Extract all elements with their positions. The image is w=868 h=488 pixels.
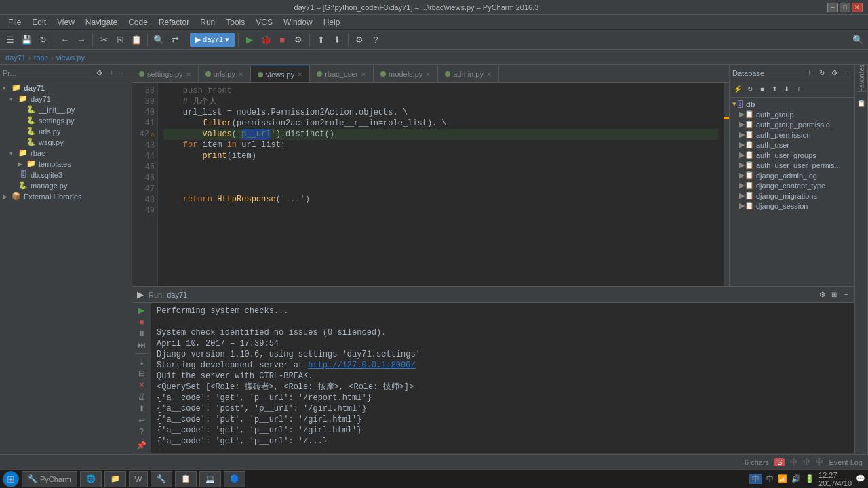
close-button[interactable]: ✕ <box>852 3 863 12</box>
run-help-btn[interactable]: ? <box>134 427 149 436</box>
tab-urls-close[interactable]: ✕ <box>238 70 243 78</box>
tab-models-close[interactable]: ✕ <box>425 70 431 78</box>
vcs-pull-button[interactable]: ⬇ <box>330 33 344 47</box>
tree-item-manage[interactable]: 🐍 manage.py <box>1 180 130 191</box>
taskbar-app6[interactable]: 📋 <box>175 471 197 487</box>
run-filter-btn[interactable]: ⊟ <box>134 369 149 378</box>
db-item-django-admin[interactable]: ▶ 📋 django_admin_log <box>731 170 853 180</box>
tab-admin[interactable]: admin.py ✕ <box>438 66 499 82</box>
code-editor[interactable]: 38 39 40 41 42⚠ 43 44 45 46 47 48 49 <box>132 83 729 286</box>
db-item-auth-group[interactable]: ▶ 📋 auth_group <box>731 109 853 119</box>
db-item-auth-user[interactable]: ▶ 📋 auth_user <box>731 140 853 150</box>
minimize-button[interactable]: – <box>827 3 838 12</box>
tab-settings[interactable]: settings.py ✕ <box>132 66 199 82</box>
tree-item-wsgi[interactable]: 🐍 wsgi.py <box>1 137 130 148</box>
taskbar-pycharm[interactable]: 🔧 PyCharm <box>22 471 77 487</box>
run-clear-btn[interactable]: ✕ <box>134 380 149 390</box>
db-toolbar2-btn5[interactable]: ⬇ <box>781 84 792 95</box>
tab-rbac-user-close[interactable]: ✕ <box>361 70 366 78</box>
run-scroll-btn[interactable]: ⇣ <box>134 357 149 367</box>
code-content[interactable]: push_front # 几个人 url_list = models.Permi… <box>158 83 724 286</box>
db-toolbar2-btn2[interactable]: ↻ <box>745 84 755 95</box>
tab-urls[interactable]: urls.py ✕ <box>199 66 251 82</box>
menu-item-help[interactable]: Help <box>318 16 346 28</box>
db-item-auth-user-perms[interactable]: ▶ 📋 auth_user_user_permis... <box>731 160 853 170</box>
db-item-django-session[interactable]: ▶ 📋 django_session <box>731 201 853 211</box>
run-button[interactable]: ▶ <box>242 33 257 47</box>
tab-settings-close[interactable]: ✕ <box>186 70 191 78</box>
menu-item-refactor[interactable]: Refactor <box>153 16 195 28</box>
cut-button[interactable]: ✂ <box>96 33 111 47</box>
tree-item-urls[interactable]: 🐍 urls.py <box>1 126 130 137</box>
db-toolbar2-btn4[interactable]: ⬆ <box>769 84 780 95</box>
run-minimize-btn[interactable]: − <box>841 289 852 300</box>
menu-item-window[interactable]: Window <box>278 16 318 28</box>
run-config-button[interactable]: ▶ day71 ▾ <box>190 33 235 47</box>
db-toolbar2-btn3[interactable]: ■ <box>757 84 768 95</box>
db-item-auth-group-perm[interactable]: ▶ 📋 auth_group_permissio... <box>731 119 853 129</box>
tab-models[interactable]: models.py ✕ <box>374 66 438 82</box>
forward-button[interactable]: → <box>74 33 89 47</box>
tab-views-close[interactable]: ✕ <box>297 70 302 78</box>
taskbar-start[interactable]: ⊞ <box>3 471 19 487</box>
db-item-auth-user-groups[interactable]: ▶ 📋 auth_user_groups <box>731 150 853 160</box>
tree-item-db[interactable]: 🗄 db.sqlite3 <box>1 169 130 180</box>
run-tb-btn1[interactable]: ▶ <box>135 289 146 300</box>
status-event-log-btn[interactable]: Event Log <box>829 458 863 466</box>
tree-item-extlibs[interactable]: ▶ 📦 External Libraries <box>1 191 130 202</box>
menu-item-run[interactable]: Run <box>195 16 220 28</box>
db-add-button[interactable]: + <box>804 68 815 79</box>
breadcrumb-part2[interactable]: rbac <box>34 54 48 62</box>
paste-button[interactable]: 📋 <box>129 33 144 47</box>
back-button[interactable]: ← <box>58 33 73 47</box>
tree-item-init[interactable]: 🐍 __init__.py <box>1 104 130 115</box>
replace-button[interactable]: ⇄ <box>167 33 182 47</box>
menu-item-navigate[interactable]: Navigate <box>80 16 123 28</box>
menu-item-tools[interactable]: Tools <box>220 16 250 28</box>
taskbar-app5[interactable]: 🔧 <box>151 471 172 487</box>
project-collapse-button[interactable]: − <box>118 68 129 79</box>
run-output[interactable]: Performing system checks... System check… <box>151 303 854 453</box>
run-print-btn[interactable]: 🖨 <box>134 392 149 401</box>
db-refresh-button[interactable]: ↻ <box>816 68 827 79</box>
run-pause-button[interactable]: ⏸ <box>134 329 149 338</box>
menu-item-file[interactable]: File <box>3 16 26 28</box>
sync-button[interactable]: ↻ <box>35 33 50 47</box>
save-button[interactable]: 💾 <box>19 33 34 47</box>
run-wrap-btn[interactable]: ↩ <box>134 415 149 425</box>
tree-item-templates[interactable]: ▶ 📁 templates <box>1 159 130 169</box>
tree-item-rbac[interactable]: ▾ 📁 rbac <box>1 148 130 159</box>
run-server-link[interactable]: http://127.0.0.1:8000/ <box>308 361 415 370</box>
run-rerun-button[interactable]: ▶ <box>134 306 149 315</box>
menu-item-edit[interactable]: Edit <box>26 16 52 28</box>
tab-admin-close[interactable]: ✕ <box>486 70 492 78</box>
tree-item-settings[interactable]: 🐍 settings.py <box>1 115 130 126</box>
project-settings-button[interactable]: ⚙ <box>94 68 104 79</box>
tab-views[interactable]: views.py ✕ <box>251 66 310 82</box>
stop-button[interactable]: ■ <box>275 33 290 47</box>
taskbar-app8[interactable]: 🔵 <box>224 471 245 487</box>
db-toolbar2-btn6[interactable]: + <box>793 84 804 95</box>
db-item-django-mig[interactable]: ▶ 📋 django_migrations <box>731 190 853 201</box>
search-everywhere-button[interactable]: 🔍 <box>850 33 865 47</box>
tab-rbac-user[interactable]: rbac_user ✕ <box>310 66 374 82</box>
help-button[interactable]: ? <box>368 33 383 47</box>
db-collapse-button[interactable]: − <box>841 68 852 79</box>
db-settings-button[interactable]: ⚙ <box>829 68 840 79</box>
build-button[interactable]: ⚙ <box>291 33 306 47</box>
project-view-button[interactable]: ☰ <box>3 33 18 47</box>
menu-item-code[interactable]: Code <box>123 16 153 28</box>
db-toolbar2-btn1[interactable]: ⚡ <box>732 84 743 95</box>
vcs-button[interactable]: ⬆ <box>313 33 328 47</box>
debug-button[interactable]: 🐞 <box>258 33 273 47</box>
side-event-log[interactable]: 📋 <box>854 96 868 110</box>
taskbar-app7[interactable]: 💻 <box>199 471 221 487</box>
tree-item-day71[interactable]: ▾ 📁 day71 <box>1 94 130 104</box>
project-expand-button[interactable]: + <box>106 68 117 79</box>
copy-button[interactable]: ⎘ <box>113 33 127 47</box>
search-button[interactable]: 🔍 <box>151 33 166 47</box>
taskbar-explorer[interactable]: 📁 <box>104 471 126 487</box>
run-settings-btn[interactable]: ⚙ <box>816 289 827 300</box>
run-pin-btn[interactable]: 📌 <box>134 441 149 450</box>
breadcrumb-part1[interactable]: day71 <box>5 54 26 62</box>
